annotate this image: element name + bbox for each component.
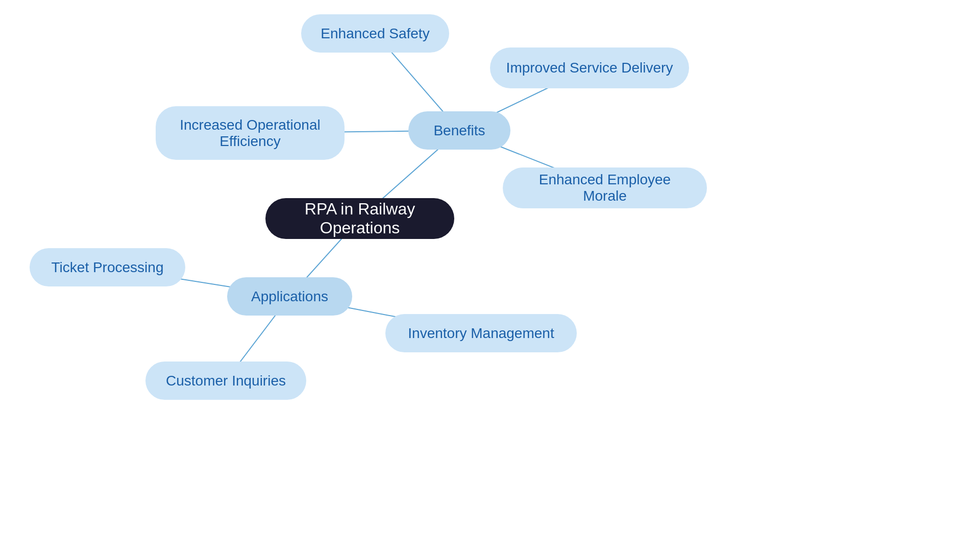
- center-node: RPA in Railway Operations: [265, 198, 454, 239]
- enhanced-safety-node: Enhanced Safety: [301, 14, 449, 53]
- customer-inquiries-label: Customer Inquiries: [166, 373, 286, 389]
- customer-inquiries-node: Customer Inquiries: [145, 362, 306, 400]
- ticket-processing-node: Ticket Processing: [30, 248, 185, 286]
- benefits-label: Benefits: [433, 123, 485, 139]
- improved-service-label: Improved Service Delivery: [506, 60, 673, 76]
- applications-node: Applications: [227, 277, 352, 316]
- ticket-processing-label: Ticket Processing: [52, 259, 164, 276]
- inventory-management-label: Inventory Management: [408, 325, 554, 342]
- inventory-management-node: Inventory Management: [385, 314, 577, 352]
- increased-efficiency-label: Increased Operational Efficiency: [170, 117, 330, 150]
- enhanced-morale-node: Enhanced Employee Morale: [503, 167, 707, 208]
- enhanced-morale-label: Enhanced Employee Morale: [517, 172, 693, 204]
- applications-label: Applications: [251, 288, 328, 305]
- improved-service-node: Improved Service Delivery: [490, 47, 689, 88]
- benefits-node: Benefits: [408, 111, 510, 150]
- center-label: RPA in Railway Operations: [280, 200, 440, 237]
- increased-efficiency-node: Increased Operational Efficiency: [156, 106, 345, 160]
- enhanced-safety-label: Enhanced Safety: [321, 26, 429, 42]
